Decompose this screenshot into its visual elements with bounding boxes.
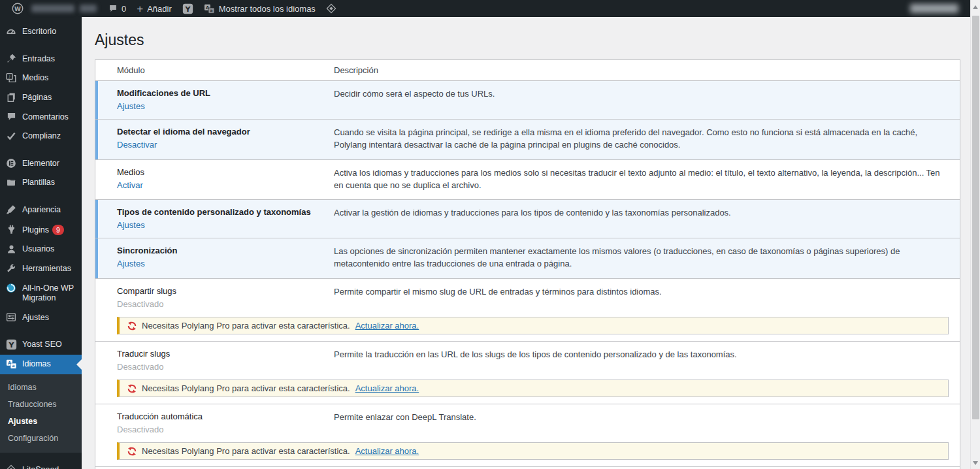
plugins-update-badge: 9 bbox=[52, 225, 64, 236]
module-title: Detectar el idioma del navegador bbox=[117, 127, 327, 137]
pin-icon bbox=[5, 54, 17, 64]
update-icon bbox=[127, 321, 137, 331]
user-account-blurred[interactable] bbox=[910, 4, 958, 13]
module-row: Sincronización Ajustes Las opciones de s… bbox=[95, 238, 960, 279]
submenu-item-traducciones[interactable]: Traducciones bbox=[0, 396, 82, 413]
sidebar-item-p-ginas[interactable]: Páginas bbox=[0, 88, 82, 108]
sidebar-item-ajustes[interactable]: Ajustes bbox=[0, 308, 82, 328]
admin-sidebar: Escritorio Entradas ♪ Medios Páginas Com… bbox=[0, 17, 82, 469]
module-description: Permite la traducción en las URL de los … bbox=[334, 342, 960, 380]
show-all-languages-button[interactable]: Aa Mostrar todos los idiomas bbox=[199, 0, 321, 17]
module-description: Activar la gestión de idiomas y traducci… bbox=[334, 200, 960, 238]
module-row: Medios Activar Activa los idiomas y trad… bbox=[95, 160, 960, 201]
module-description: Permite compartir el mismo slug de URL d… bbox=[334, 279, 960, 317]
pro-notice-row: Necesitas Polylang Pro para activar esta… bbox=[95, 380, 960, 404]
sidebar-item-plugins[interactable]: Plugins9 bbox=[0, 220, 82, 240]
scroll-down-arrow-icon[interactable] bbox=[973, 461, 978, 465]
sidebar-item-yoast-seo[interactable]: Y Yoast SEO bbox=[0, 335, 82, 355]
sidebar-item-medios[interactable]: ♪ Medios bbox=[0, 69, 82, 88]
pro-notice-row: Necesitas Polylang Pro para activar esta… bbox=[95, 317, 960, 341]
module-action-link[interactable]: Activar bbox=[117, 180, 143, 190]
plus-icon: + bbox=[137, 3, 143, 14]
module-state-disabled: Desactivado bbox=[117, 425, 164, 434]
appearance-icon bbox=[5, 204, 17, 215]
sidebar-item-usuarios[interactable]: Usuarios bbox=[0, 240, 82, 259]
module-title: Compartir slugs bbox=[117, 286, 327, 296]
submenu-item-ajustes[interactable]: Ajustes bbox=[0, 413, 82, 430]
comment-bubble-icon bbox=[108, 4, 118, 13]
scroll-up-arrow-icon[interactable] bbox=[973, 5, 978, 9]
main-content: Ajustes Módulo Descripción Modificacione… bbox=[82, 17, 970, 469]
sidebar-item-apariencia[interactable]: Apariencia bbox=[0, 201, 82, 220]
upgrade-now-link[interactable]: Actualizar ahora. bbox=[355, 446, 419, 456]
module-state-disabled: Desactivado bbox=[117, 299, 164, 309]
module-row: Detectar el idioma del navegador Desacti… bbox=[95, 120, 960, 160]
sidebar-item-herramientas[interactable]: Herramientas bbox=[0, 259, 82, 279]
site-name-blurred[interactable] bbox=[31, 5, 74, 12]
module-row: Traducción automática Desactivado Permit… bbox=[95, 404, 960, 467]
media-icon: ♪ bbox=[5, 73, 17, 83]
submenu-item-idiomas[interactable]: Idiomas bbox=[0, 379, 82, 396]
sidebar-item-all-in-one-wp-migration[interactable]: All-in-One WP Migration bbox=[0, 279, 82, 308]
sidebar-menu: Escritorio Entradas ♪ Medios Páginas Com… bbox=[0, 22, 82, 374]
module-row: Tipos de contenido personalizado y taxon… bbox=[95, 200, 960, 238]
show-all-languages-label: Mostrar todos los idiomas bbox=[219, 4, 316, 14]
module-state-disabled: Desactivado bbox=[117, 362, 164, 372]
yoast-admin-bar-icon[interactable]: Y bbox=[177, 0, 199, 17]
litespeed-icon bbox=[5, 464, 17, 469]
sidebar-item-complianz[interactable]: Complianz bbox=[0, 127, 82, 146]
sidebar-item-elementor[interactable]: Elementor bbox=[0, 154, 82, 174]
templates-icon bbox=[5, 177, 17, 187]
column-header-module: Módulo bbox=[95, 60, 334, 80]
update-icon bbox=[127, 447, 137, 456]
module-title: Traducción automática bbox=[117, 412, 327, 421]
update-icon bbox=[127, 384, 137, 393]
module-title: Medios bbox=[117, 167, 327, 177]
sidebar-item-idiomas[interactable]: Aa Idiomas bbox=[0, 355, 82, 374]
check-icon bbox=[5, 131, 17, 141]
elementor-icon bbox=[5, 158, 17, 169]
module-action-link[interactable]: Ajustes bbox=[117, 220, 145, 230]
pro-notice-row: Necesitas Polylang Pro para activar esta… bbox=[95, 442, 960, 466]
plugins-icon bbox=[5, 224, 17, 234]
module-action-link[interactable]: Ajustes bbox=[117, 259, 145, 268]
svg-text:a: a bbox=[12, 363, 14, 368]
module-action-link[interactable]: Desactivar bbox=[117, 140, 157, 150]
module-title: Traducir slugs bbox=[117, 349, 327, 359]
comments-admin-bar[interactable]: 0 bbox=[103, 0, 131, 17]
sidebar-item-entradas[interactable]: Entradas bbox=[0, 50, 82, 69]
submenu-item-configuraci-n[interactable]: Configuración bbox=[0, 430, 82, 447]
dashboard-icon bbox=[5, 26, 17, 37]
page-title: Ajustes bbox=[95, 25, 960, 59]
sidebar-item-escritorio[interactable]: Escritorio bbox=[0, 22, 82, 42]
upgrade-now-link[interactable]: Actualizar ahora. bbox=[355, 321, 419, 331]
svg-text:♪: ♪ bbox=[8, 74, 11, 80]
vertical-scrollbar[interactable] bbox=[970, 0, 980, 469]
admin-bar: W 0 + Añadir Y Aa Mostrar todos los idio… bbox=[0, 0, 970, 17]
sidebar-item-plantillas[interactable]: Plantillas bbox=[0, 173, 82, 193]
add-new-button[interactable]: + Añadir bbox=[131, 0, 177, 17]
notice-text: Necesitas Polylang Pro para activar esta… bbox=[142, 446, 350, 456]
module-description: Las opciones de sincronización permiten … bbox=[334, 238, 960, 278]
upgrade-now-link[interactable]: Actualizar ahora. bbox=[355, 383, 419, 393]
scrollbar-thumb[interactable] bbox=[972, 16, 979, 419]
wordpress-logo-icon[interactable]: W bbox=[7, 0, 29, 17]
idiomas-submenu: Idiomas Traducciones Ajustes Configuraci… bbox=[0, 374, 82, 453]
module-description: Cuando se visita la página principal, se… bbox=[334, 120, 960, 159]
comments-icon bbox=[5, 112, 17, 122]
sidebar-item-comentarios[interactable]: Comentarios bbox=[0, 108, 82, 127]
migration-icon bbox=[5, 283, 17, 293]
module-description: Permite enlazar con DeepL Translate. bbox=[334, 404, 960, 442]
pages-icon bbox=[5, 92, 17, 103]
module-action-link[interactable]: Ajustes bbox=[117, 101, 145, 111]
settings-icon bbox=[5, 312, 17, 323]
svg-text:a: a bbox=[210, 8, 212, 12]
sidebar-item-litespeed-cache[interactable]: LiteSpeed Cache bbox=[0, 461, 82, 469]
table-body: Modificaciones de URL Ajustes Decidir có… bbox=[95, 81, 960, 469]
module-description: Activa los idiomas y traducciones para l… bbox=[334, 160, 960, 200]
svg-text:Y: Y bbox=[184, 5, 191, 13]
litespeed-admin-bar-icon[interactable] bbox=[321, 0, 342, 17]
tools-icon bbox=[5, 263, 17, 274]
sidebar-menu-bottom: LiteSpeed Cache Cerrar menú bbox=[0, 461, 82, 469]
updates-blurred[interactable] bbox=[80, 5, 97, 12]
